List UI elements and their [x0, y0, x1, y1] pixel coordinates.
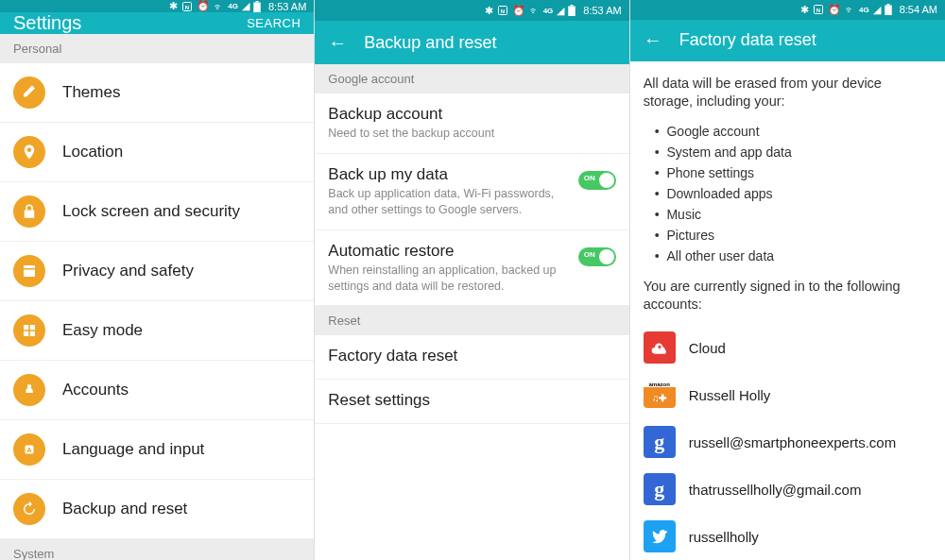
network-icon: 4G	[228, 2, 238, 10]
item-label: Backup and reset	[62, 500, 187, 518]
backup-data-toggle[interactable]: ON	[578, 171, 616, 190]
account-google-2[interactable]: g thatrussellholly@gmail.com	[644, 466, 932, 513]
status-time: 8:53 AM	[583, 5, 621, 16]
bluetooth-icon: ✱	[169, 0, 178, 12]
reset-settings-row[interactable]: Reset settings	[315, 380, 628, 424]
account-amazon[interactable]: amazon♫✚ Russell Holly	[644, 371, 932, 418]
google-icon: g	[644, 473, 676, 505]
auto-restore-toggle[interactable]: ON	[578, 247, 616, 266]
location-icon	[13, 136, 45, 168]
item-label: Privacy and safety	[62, 262, 194, 280]
row-primary: Reset settings	[328, 391, 615, 410]
status-time: 8:53 AM	[268, 1, 306, 12]
settings-item-language[interactable]: A Language and input	[0, 420, 314, 480]
amazon-icon: amazon♫✚	[644, 379, 676, 411]
section-google-account: Google account	[315, 64, 628, 93]
factory-reset-panel: ✱ N ⏰ ᯤ 4G ◢ 8:54 AM ← Factory data rese…	[630, 0, 945, 560]
row-primary: Back up my data	[328, 165, 570, 184]
account-google-1[interactable]: g russell@smartphoneexperts.com	[644, 418, 932, 466]
battery-icon	[568, 5, 576, 16]
list-item: All other user data	[655, 246, 932, 266]
status-bar: ✱ N ⏰ ᯤ 4G ◢ 8:53 AM	[0, 0, 314, 12]
row-primary: Factory data reset	[328, 347, 615, 365]
network-icon: 4G	[543, 7, 554, 15]
settings-panel: ✱ N ⏰ ᯤ 4G ◢ 8:53 AM Settings SEARCH Per…	[0, 0, 315, 560]
item-label: Language and input	[62, 440, 204, 459]
svg-text:N: N	[816, 8, 820, 13]
signal-icon: ◢	[873, 4, 881, 16]
settings-item-themes[interactable]: Themes	[0, 63, 314, 123]
svg-rect-6	[24, 331, 28, 336]
bluetooth-icon: ✱	[485, 5, 493, 17]
row-secondary: Back up application data, Wi-Fi password…	[328, 186, 570, 218]
back-button[interactable]: ←	[328, 32, 347, 54]
status-time: 8:54 AM	[900, 4, 937, 15]
svg-rect-3	[255, 1, 258, 3]
account-label: russellholly	[689, 529, 759, 545]
easy-mode-icon	[13, 314, 45, 347]
svg-text:A: A	[26, 446, 32, 454]
action-bar: Settings SEARCH	[0, 12, 314, 34]
item-label: Accounts	[62, 381, 129, 399]
account-label: thatrussellholly@gmail.com	[689, 482, 862, 498]
settings-item-location[interactable]: Location	[0, 123, 314, 182]
signal-icon: ◢	[557, 5, 564, 17]
status-bar: ✱ N ⏰ ᯤ 4G ◢ 8:53 AM	[315, 0, 628, 21]
backup-data-row[interactable]: Back up my data Back up application data…	[315, 154, 628, 230]
account-twitter[interactable]: russellholly	[644, 513, 932, 560]
svg-rect-17	[885, 6, 892, 16]
row-primary: Automatic restore	[328, 242, 570, 261]
signed-in-text: You are currently signed in to the follo…	[644, 278, 932, 314]
svg-text:N: N	[500, 8, 504, 14]
back-button[interactable]: ←	[644, 29, 662, 51]
page-title: Settings	[13, 12, 247, 34]
item-label: Location	[62, 143, 123, 161]
backup-account-row[interactable]: Backup account Need to set the backup ac…	[315, 93, 628, 154]
svg-rect-14	[571, 5, 574, 7]
status-bar: ✱ N ⏰ ᯤ 4G ◢ 8:54 AM	[630, 0, 945, 20]
search-button[interactable]: SEARCH	[247, 16, 301, 30]
item-label: Lock screen and security	[62, 202, 240, 221]
page-title: Factory data reset	[679, 30, 932, 50]
themes-icon	[13, 76, 45, 109]
intro-text: All data will be erased from your device…	[644, 75, 932, 111]
settings-item-easy-mode[interactable]: Easy mode	[0, 301, 314, 361]
list-item: Pictures	[655, 225, 932, 246]
cloud-icon	[644, 331, 676, 364]
privacy-icon	[13, 255, 45, 287]
auto-restore-row[interactable]: Automatic restore When reinstalling an a…	[315, 230, 628, 307]
twitter-icon	[644, 520, 676, 552]
settings-item-lock-screen[interactable]: Lock screen and security	[0, 182, 314, 242]
svg-rect-18	[886, 4, 889, 6]
wifi-icon: ᯤ	[529, 5, 540, 16]
factory-reset-row[interactable]: Factory data reset	[315, 335, 628, 380]
section-system: System	[0, 539, 314, 560]
action-bar: ← Factory data reset	[630, 20, 945, 61]
list-item: Music	[655, 204, 932, 225]
row-secondary: Need to set the backup account	[328, 126, 615, 142]
section-personal: Personal	[0, 34, 314, 63]
alarm-icon: ⏰	[197, 0, 210, 12]
svg-rect-5	[30, 325, 35, 330]
battery-icon	[253, 1, 261, 12]
account-label: Cloud	[689, 340, 726, 356]
settings-item-backup-reset[interactable]: Backup and reset	[0, 480, 314, 539]
item-label: Themes	[62, 83, 120, 102]
svg-text:N: N	[185, 4, 189, 9]
nfc-icon: N	[181, 1, 193, 12]
wifi-icon: ᯤ	[214, 1, 224, 12]
accounts-icon	[13, 374, 45, 406]
language-icon: A	[13, 433, 45, 466]
list-item: Google account	[655, 121, 932, 142]
row-secondary: When reinstalling an application, backed…	[328, 263, 570, 295]
svg-rect-13	[569, 7, 576, 17]
account-cloud[interactable]: Cloud	[644, 324, 932, 371]
list-item: Downloaded apps	[655, 183, 932, 204]
alarm-icon: ⏰	[828, 4, 841, 16]
backup-reset-icon	[13, 493, 45, 525]
settings-item-accounts[interactable]: Accounts	[0, 361, 314, 420]
section-reset: Reset	[315, 306, 628, 335]
wifi-icon: ᯤ	[845, 4, 855, 15]
settings-item-privacy[interactable]: Privacy and safety	[0, 242, 314, 301]
google-icon: g	[644, 426, 676, 458]
